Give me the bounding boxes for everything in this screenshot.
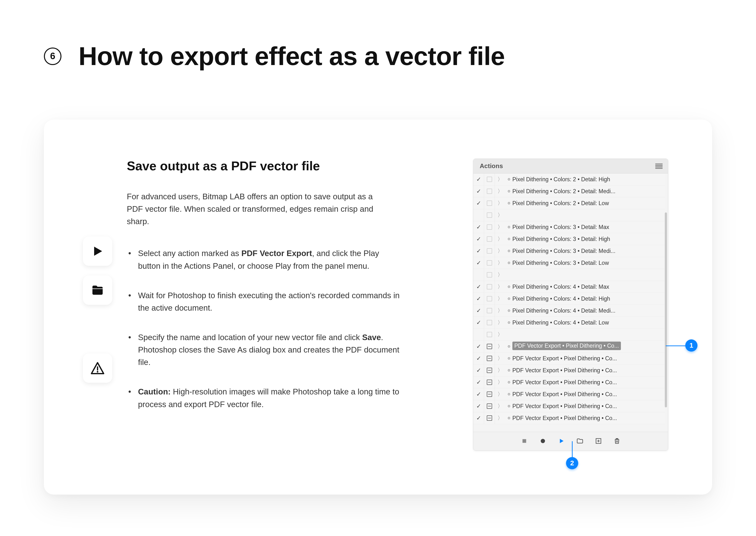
- folder-icon: [91, 284, 104, 297]
- dialog-toggle[interactable]: [484, 388, 495, 400]
- chevron-right-icon[interactable]: 〉: [495, 247, 506, 254]
- dialog-toggle[interactable]: [484, 376, 495, 388]
- action-row[interactable]: ✓〉Pixel Dithering • Colors: 3 • Detail: …: [473, 233, 665, 245]
- chevron-right-icon[interactable]: 〉: [495, 307, 506, 314]
- dialog-toggle[interactable]: [484, 305, 495, 317]
- new-set-button[interactable]: [576, 437, 584, 445]
- dialog-toggle[interactable]: [484, 364, 495, 376]
- dialog-toggle[interactable]: [484, 174, 495, 185]
- panel-menu-icon[interactable]: [655, 163, 663, 169]
- dialog-toggle[interactable]: [484, 221, 495, 233]
- svg-point-23: [509, 322, 509, 323]
- action-row[interactable]: ✓〉Pixel Dithering • Colors: 3 • Detail: …: [473, 245, 665, 257]
- toggle-check[interactable]: ✓: [473, 197, 484, 209]
- action-row[interactable]: ✓〉PDF Vector Export • Pixel Dithering • …: [473, 400, 665, 412]
- dialog-toggle[interactable]: [484, 281, 495, 293]
- dialog-toggle[interactable]: [484, 269, 495, 281]
- toggle-check[interactable]: ✓: [473, 376, 484, 388]
- toggle-check[interactable]: [473, 329, 484, 340]
- chevron-right-icon[interactable]: 〉: [495, 271, 506, 279]
- toggle-check[interactable]: ✓: [473, 388, 484, 400]
- chevron-right-icon[interactable]: 〉: [495, 212, 506, 219]
- toggle-check[interactable]: ✓: [473, 400, 484, 412]
- toggle-check[interactable]: ✓: [473, 245, 484, 257]
- action-label: Pixel Dithering • Colors: 2 • Detail: Me…: [512, 188, 665, 195]
- chevron-right-icon[interactable]: 〉: [495, 176, 506, 183]
- action-label: PDF Vector Export • Pixel Dithering • Co…: [512, 379, 665, 386]
- record-button[interactable]: [539, 437, 547, 445]
- dialog-toggle[interactable]: [484, 329, 495, 340]
- action-label: PDF Vector Export • Pixel Dithering • Co…: [512, 342, 665, 352]
- step-text: Specify the name and location of your ne…: [138, 333, 362, 342]
- dialog-toggle[interactable]: [484, 257, 495, 269]
- toggle-check[interactable]: ✓: [473, 317, 484, 328]
- chevron-right-icon[interactable]: 〉: [495, 390, 506, 398]
- toggle-check[interactable]: ✓: [473, 281, 484, 293]
- chevron-right-icon[interactable]: 〉: [495, 415, 506, 422]
- chevron-right-icon[interactable]: 〉: [495, 319, 506, 326]
- toggle-check[interactable]: ✓: [473, 412, 484, 424]
- action-row[interactable]: ✓〉Pixel Dithering • Colors: 2 • Detail: …: [473, 197, 665, 209]
- chevron-right-icon[interactable]: 〉: [495, 355, 506, 362]
- dialog-toggle[interactable]: [484, 197, 495, 209]
- chevron-right-icon[interactable]: 〉: [495, 331, 506, 338]
- action-row[interactable]: ✓〉Pixel Dithering • Colors: 4 • Detail: …: [473, 317, 665, 329]
- action-row[interactable]: ✓〉PDF Vector Export • Pixel Dithering • …: [473, 341, 665, 352]
- action-row[interactable]: ✓〉Pixel Dithering • Colors: 3 • Detail: …: [473, 221, 665, 233]
- chevron-right-icon[interactable]: 〉: [495, 259, 506, 267]
- action-row[interactable]: ✓〉Pixel Dithering • Colors: 4 • Detail: …: [473, 305, 665, 317]
- chevron-right-icon[interactable]: 〉: [495, 223, 506, 231]
- action-row[interactable]: ✓〉PDF Vector Export • Pixel Dithering • …: [473, 376, 665, 388]
- dialog-toggle[interactable]: [484, 209, 495, 221]
- chevron-right-icon[interactable]: 〉: [495, 402, 506, 410]
- chevron-right-icon[interactable]: 〉: [495, 367, 506, 374]
- stop-button[interactable]: [520, 437, 528, 445]
- toggle-check[interactable]: ✓: [473, 352, 484, 364]
- play-button[interactable]: [557, 437, 565, 445]
- chevron-right-icon[interactable]: 〉: [495, 200, 506, 207]
- chevron-right-icon[interactable]: 〉: [495, 283, 506, 290]
- toggle-check[interactable]: ✓: [473, 221, 484, 233]
- chevron-right-icon[interactable]: 〉: [495, 187, 506, 195]
- toggle-check[interactable]: ✓: [473, 174, 484, 185]
- action-label: Pixel Dithering • Colors: 4 • Detail: Lo…: [512, 319, 665, 326]
- dialog-toggle[interactable]: [484, 293, 495, 305]
- new-action-button[interactable]: [594, 437, 603, 445]
- svg-point-3: [509, 179, 509, 180]
- action-row[interactable]: ✓〉PDF Vector Export • Pixel Dithering • …: [473, 412, 665, 424]
- toggle-check[interactable]: ✓: [473, 257, 484, 269]
- action-row[interactable]: ✓〉Pixel Dithering • Colors: 3 • Detail: …: [473, 257, 665, 269]
- chevron-right-icon[interactable]: 〉: [495, 343, 506, 350]
- toggle-check[interactable]: ✓: [473, 293, 484, 305]
- toggle-check[interactable]: [473, 269, 484, 281]
- dialog-toggle[interactable]: [484, 185, 495, 197]
- toggle-check[interactable]: ✓: [473, 305, 484, 317]
- action-row[interactable]: ✓〉Pixel Dithering • Colors: 2 • Detail: …: [473, 185, 665, 197]
- action-row[interactable]: ✓〉PDF Vector Export • Pixel Dithering • …: [473, 352, 665, 364]
- dialog-toggle[interactable]: [484, 317, 495, 328]
- toggle-check[interactable]: ✓: [473, 341, 484, 352]
- dialog-toggle[interactable]: [484, 352, 495, 364]
- action-row[interactable]: ✓〉Pixel Dithering • Colors: 4 • Detail: …: [473, 281, 665, 293]
- scrollbar[interactable]: [665, 213, 667, 407]
- action-row[interactable]: ✓〉Pixel Dithering • Colors: 2 • Detail: …: [473, 174, 665, 185]
- toggle-check[interactable]: ✓: [473, 233, 484, 245]
- action-separator-row: 〉: [473, 209, 665, 221]
- dialog-toggle[interactable]: [484, 412, 495, 424]
- dialog-toggle[interactable]: [484, 341, 495, 352]
- delete-button[interactable]: [613, 437, 621, 445]
- svg-point-37: [509, 418, 509, 418]
- chevron-right-icon[interactable]: 〉: [495, 235, 506, 243]
- chevron-right-icon[interactable]: 〉: [495, 295, 506, 302]
- dialog-toggle[interactable]: [484, 400, 495, 412]
- dialog-toggle[interactable]: [484, 233, 495, 245]
- action-row[interactable]: ✓〉Pixel Dithering • Colors: 4 • Detail: …: [473, 293, 665, 305]
- toggle-check[interactable]: ✓: [473, 364, 484, 376]
- chevron-right-icon[interactable]: 〉: [495, 379, 506, 386]
- action-separator-row: 〉: [473, 269, 665, 281]
- dialog-toggle[interactable]: [484, 245, 495, 257]
- toggle-check[interactable]: [473, 209, 484, 221]
- action-row[interactable]: ✓〉PDF Vector Export • Pixel Dithering • …: [473, 364, 665, 376]
- action-row[interactable]: ✓〉PDF Vector Export • Pixel Dithering • …: [473, 388, 665, 400]
- toggle-check[interactable]: ✓: [473, 185, 484, 197]
